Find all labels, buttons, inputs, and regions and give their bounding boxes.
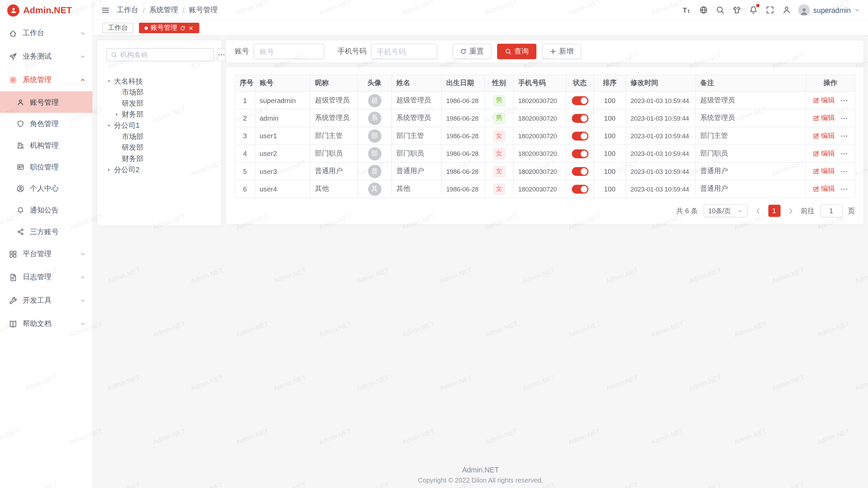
column-header[interactable]: 排序 bbox=[594, 75, 626, 92]
edit-label: 编辑 bbox=[821, 149, 835, 158]
org-search-input[interactable] bbox=[120, 51, 209, 59]
caret-right-icon[interactable] bbox=[106, 167, 114, 172]
prev-page-button[interactable] bbox=[753, 207, 763, 214]
cell-sort: 100 bbox=[594, 180, 626, 198]
tree-node[interactable]: 市场部 bbox=[106, 131, 212, 142]
cell-actions: 编辑 bbox=[806, 127, 855, 145]
collapse-menu-icon[interactable] bbox=[101, 6, 110, 14]
column-header[interactable]: 序号 bbox=[235, 75, 255, 92]
column-header[interactable]: 性别 bbox=[485, 75, 513, 92]
tree-node[interactable]: 大名科技 bbox=[106, 76, 212, 87]
column-header[interactable]: 备注 bbox=[695, 75, 806, 92]
page-size-select[interactable]: 10条/页 bbox=[703, 204, 748, 217]
row-more-button[interactable] bbox=[840, 167, 848, 175]
sidebar: Admin.NET 工作台业务测试系统管理账号管理角色管理机构管理职位管理个人中… bbox=[0, 0, 93, 488]
sidebar-item-dev-tools[interactable]: 开发工具 bbox=[0, 289, 93, 312]
tab-refresh-icon[interactable] bbox=[180, 25, 185, 30]
edit-button[interactable]: 编辑 bbox=[813, 166, 835, 176]
sidebar-item-system-manage[interactable]: 系统管理 bbox=[0, 68, 93, 92]
tree-node[interactable]: 分公司1 bbox=[106, 120, 212, 131]
breadcrumb-item[interactable]: 系统管理 bbox=[149, 5, 178, 15]
row-more-button[interactable] bbox=[840, 97, 848, 104]
sidebar-item-org-manage[interactable]: 机构管理 bbox=[0, 135, 93, 156]
phone-input[interactable] bbox=[371, 44, 437, 59]
column-header[interactable]: 账号 bbox=[255, 75, 310, 92]
tree-node[interactable]: 市场部 bbox=[106, 87, 212, 98]
org-more-button[interactable] bbox=[217, 48, 226, 61]
sidebar-item-business-test[interactable]: 业务测试 bbox=[0, 45, 93, 68]
column-header[interactable]: 操作 bbox=[806, 75, 855, 92]
sidebar-item-notice[interactable]: 通知公告 bbox=[0, 199, 93, 221]
tree-node[interactable]: 财务部 bbox=[106, 153, 212, 164]
cell-birthdate: 1986-06-28 bbox=[441, 92, 485, 109]
column-header[interactable]: 修改时间 bbox=[626, 75, 696, 92]
theme-icon[interactable] bbox=[732, 5, 741, 14]
add-button[interactable]: 新增 bbox=[542, 44, 581, 59]
tab-工作台[interactable]: 工作台 bbox=[102, 23, 133, 33]
tree-node[interactable]: 研发部 bbox=[106, 142, 212, 154]
caret-right-icon[interactable] bbox=[114, 112, 122, 117]
caret-down-icon[interactable] bbox=[106, 123, 114, 128]
edit-button[interactable]: 编辑 bbox=[813, 149, 835, 158]
status-toggle[interactable] bbox=[572, 167, 588, 176]
sidebar-item-third-account[interactable]: 三方账号 bbox=[0, 221, 93, 242]
sidebar-item-workbench[interactable]: 工作台 bbox=[0, 22, 93, 45]
breadcrumb-item[interactable]: 工作台 bbox=[117, 5, 138, 15]
edit-button[interactable]: 编辑 bbox=[813, 96, 835, 105]
caret-down-icon[interactable] bbox=[106, 79, 114, 84]
user-menu[interactable]: superadmin bbox=[798, 4, 860, 16]
page-number[interactable]: 1 bbox=[768, 205, 780, 217]
tree-node-label: 市场部 bbox=[122, 87, 143, 97]
row-more-button[interactable] bbox=[840, 185, 848, 193]
table-row: 1superadmin超级管理员超超级管理员1986-06-28男1802003… bbox=[235, 92, 855, 109]
sidebar-item-log-manage[interactable]: 日志管理 bbox=[0, 266, 93, 289]
row-more-button[interactable] bbox=[840, 150, 848, 158]
brand-logo[interactable]: Admin.NET bbox=[0, 0, 93, 20]
status-toggle[interactable] bbox=[572, 96, 588, 105]
status-toggle[interactable] bbox=[572, 184, 588, 193]
sidebar-item-label: 角色管理 bbox=[30, 119, 59, 128]
sidebar-item-position-manage[interactable]: 职位管理 bbox=[0, 156, 93, 178]
column-header[interactable]: 昵称 bbox=[310, 75, 357, 92]
column-header[interactable]: 手机号码 bbox=[513, 75, 566, 92]
sidebar-item-role-manage[interactable]: 角色管理 bbox=[0, 113, 93, 135]
bell-icon[interactable] bbox=[749, 5, 758, 14]
tree-node[interactable]: 研发部 bbox=[106, 98, 212, 109]
edit-button[interactable]: 编辑 bbox=[813, 114, 835, 123]
account-input[interactable] bbox=[254, 44, 324, 59]
sidebar-item-personal-center[interactable]: 个人中心 bbox=[0, 178, 93, 199]
status-toggle[interactable] bbox=[572, 149, 588, 158]
cell-account: user2 bbox=[255, 145, 310, 162]
next-page-button[interactable] bbox=[786, 207, 795, 214]
account-label: 账号 bbox=[235, 46, 249, 56]
tree-node[interactable]: 分公司2 bbox=[106, 164, 212, 176]
column-header[interactable]: 出生日期 bbox=[441, 75, 485, 92]
column-header[interactable]: 姓名 bbox=[392, 75, 441, 92]
globe-icon[interactable] bbox=[699, 5, 708, 14]
column-header[interactable]: 状态 bbox=[566, 75, 594, 92]
profile-icon[interactable] bbox=[782, 5, 791, 14]
search-icon[interactable] bbox=[716, 5, 725, 14]
tree-node[interactable]: 财务部 bbox=[106, 109, 212, 120]
sidebar-item-account-manage[interactable]: 账号管理 bbox=[0, 91, 93, 113]
tab-账号管理[interactable]: 账号管理 bbox=[139, 23, 199, 33]
chevron-down-icon bbox=[80, 274, 86, 280]
row-more-button[interactable] bbox=[840, 114, 848, 122]
edit-button[interactable]: 编辑 bbox=[813, 131, 835, 141]
tab-close-icon[interactable] bbox=[188, 25, 194, 30]
font-size-icon[interactable]: Tt bbox=[683, 5, 691, 14]
sidebar-item-platform-manage[interactable]: 平台管理 bbox=[0, 242, 93, 266]
goto-page-input[interactable] bbox=[820, 204, 842, 217]
fullscreen-icon[interactable] bbox=[766, 5, 774, 14]
search-button[interactable]: 查询 bbox=[497, 44, 536, 59]
status-toggle[interactable] bbox=[572, 131, 588, 140]
sidebar-item-help-docs[interactable]: 帮助文档 bbox=[0, 312, 93, 336]
cell-modified-time: 2023-01-03 10:59:44 bbox=[626, 127, 696, 145]
row-more-button[interactable] bbox=[840, 132, 848, 140]
reset-button[interactable]: 重置 bbox=[452, 44, 492, 59]
status-toggle[interactable] bbox=[572, 114, 588, 123]
column-header[interactable]: 头像 bbox=[357, 75, 392, 92]
refresh-icon bbox=[460, 48, 467, 55]
edit-button[interactable]: 编辑 bbox=[813, 184, 835, 194]
cell-phone: 18020030720 bbox=[513, 162, 566, 180]
